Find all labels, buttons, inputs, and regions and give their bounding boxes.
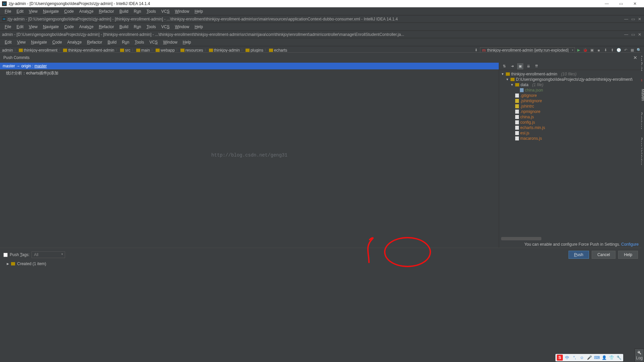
- menu2-analyze[interactable]: Analyze: [76, 23, 96, 30]
- folder-icon: [511, 78, 515, 81]
- configure-link[interactable]: Configure: [621, 242, 639, 247]
- expand-all-icon[interactable]: ⇊: [525, 63, 531, 69]
- event-log-button[interactable]: Log: [635, 349, 644, 362]
- menu3-view[interactable]: View: [14, 39, 29, 46]
- menu3-code[interactable]: Code: [50, 39, 65, 46]
- cancel-button[interactable]: Cancel: [592, 251, 615, 259]
- bg1-max[interactable]: ▭: [631, 17, 635, 21]
- menu2-file[interactable]: File: [2, 23, 14, 30]
- menu-code[interactable]: Code: [61, 8, 76, 15]
- menu-vcs[interactable]: VCS: [159, 8, 172, 15]
- menu-tools[interactable]: Tools: [144, 8, 159, 15]
- menu-analyze[interactable]: Analyze: [76, 8, 96, 15]
- bg-tab-1-text[interactable]: zjy-admin - [D:\Users\gengsongbo\IdeaPro…: [7, 17, 398, 21]
- ime-keyboard-icon[interactable]: ⌨: [594, 355, 600, 361]
- ime-tools-icon[interactable]: 🔧: [616, 355, 622, 361]
- ime-user-icon[interactable]: 👤: [601, 355, 607, 361]
- folder-icon: [11, 262, 15, 265]
- menu3-help[interactable]: Help: [180, 39, 194, 46]
- ime-lang-icon[interactable]: 中: [564, 355, 570, 361]
- push-tags-checkbox[interactable]: [3, 253, 8, 257]
- menu-window[interactable]: Window: [172, 8, 192, 15]
- branch-line[interactable]: master → origin : master: [0, 63, 499, 69]
- group-by-dir-icon[interactable]: ▣: [517, 63, 523, 69]
- help-button[interactable]: Help: [618, 251, 638, 259]
- menu2-window[interactable]: Window: [172, 23, 192, 30]
- menu2-edit[interactable]: Edit: [14, 23, 26, 30]
- menu3-window[interactable]: Window: [160, 39, 180, 46]
- vcs-log-created-row[interactable]: ▶ Created (1 item): [7, 261, 46, 266]
- crumb-src[interactable]: src: [120, 48, 130, 53]
- crumb-echarts[interactable]: echarts: [269, 48, 287, 53]
- commit-message-row[interactable]: 统计分析：echarts插件js添加: [0, 69, 499, 77]
- ime-punct-icon[interactable]: °,: [572, 355, 578, 361]
- menu3-analyze[interactable]: Analyze: [65, 39, 85, 46]
- menu2-navigate[interactable]: Navigate: [40, 23, 61, 30]
- ime-emoji-icon[interactable]: ☺: [579, 355, 585, 361]
- menu3-tools[interactable]: Tools: [132, 39, 147, 46]
- ime-mic-icon[interactable]: 🎤: [586, 355, 592, 361]
- npmignore-file-icon: [515, 110, 519, 114]
- menu2-tools[interactable]: Tools: [144, 23, 159, 30]
- show-diff-icon[interactable]: ⇅: [501, 63, 507, 69]
- menu2-code[interactable]: Code: [61, 23, 76, 30]
- menu-build[interactable]: Build: [117, 8, 131, 15]
- menu-navigate[interactable]: Navigate: [40, 8, 61, 15]
- menu2-run[interactable]: Run: [131, 23, 144, 30]
- crumb-plugins[interactable]: plugins: [246, 48, 263, 53]
- menu-edit[interactable]: Edit: [14, 8, 26, 15]
- dialog-footer: Push Tags: All Push Cancel Help: [0, 248, 641, 261]
- crumb-enrollment[interactable]: thinkjoy-enrollment: [19, 48, 58, 53]
- menu-run[interactable]: Run: [131, 8, 144, 15]
- crumb-webapp[interactable]: webapp: [156, 48, 175, 53]
- menu2-refactor[interactable]: Refactor: [96, 23, 117, 30]
- force-push-hint: You can enable and configure Force Push …: [499, 241, 641, 248]
- push-button[interactable]: Push: [569, 251, 589, 259]
- menu-refactor[interactable]: Refactor: [96, 8, 117, 15]
- window-maximize-button[interactable]: ▭: [614, 0, 628, 7]
- menu-file[interactable]: File: [2, 8, 14, 15]
- target-branch-link[interactable]: master: [35, 64, 47, 68]
- bg1-close[interactable]: ✕: [637, 17, 642, 21]
- sogou-logo-icon[interactable]: S: [557, 355, 563, 361]
- collapse-all-icon[interactable]: ⇈: [533, 63, 539, 69]
- bg2-min[interactable]: —: [624, 32, 629, 37]
- folder-icon: [120, 49, 124, 52]
- menu3-navigate[interactable]: Navigate: [29, 39, 50, 46]
- wrench-icon: [637, 350, 642, 355]
- menu3-refactor[interactable]: Refactor: [84, 39, 105, 46]
- dialog-close-button[interactable]: ✕: [633, 55, 637, 60]
- menu3-vcs[interactable]: VCS: [147, 39, 160, 46]
- horizontal-scrollbar[interactable]: [501, 237, 541, 240]
- editor-tab-bg2: admin - [D:\Users\gengsongbo\IdeaProject…: [0, 31, 644, 38]
- crumb-enrollment-admin[interactable]: thinkjoy-enrollment-admin: [63, 48, 114, 53]
- push-tags-label: Push Tags:: [10, 252, 30, 257]
- menu2-help[interactable]: Help: [192, 23, 206, 30]
- menu-help[interactable]: Help: [192, 8, 206, 15]
- crumb-resources[interactable]: resources: [180, 48, 203, 53]
- crumb-thinkjoy-admin[interactable]: thinkjoy-admin: [209, 48, 240, 53]
- crumb-admin[interactable]: admin: [2, 48, 13, 53]
- bg1-min[interactable]: —: [624, 17, 629, 21]
- crumb-main[interactable]: main: [136, 48, 150, 53]
- ime-toolbar[interactable]: S 中 °, ☺ 🎤 ⌨ 👤 👕 🔧: [555, 354, 623, 361]
- menu2-view[interactable]: View: [26, 23, 40, 30]
- menu3-run[interactable]: Run: [119, 39, 132, 46]
- folder-icon: [515, 83, 519, 86]
- menu-view[interactable]: View: [26, 8, 40, 15]
- file-tree[interactable]: ▼thinkjoy-enrollment-admin (10 files) ▼D…: [499, 70, 641, 236]
- menu3-build[interactable]: Build: [105, 39, 119, 46]
- menu2-vcs[interactable]: VCS: [159, 23, 172, 30]
- menu3-edit[interactable]: Edit: [2, 39, 14, 46]
- ime-skin-icon[interactable]: 👕: [608, 355, 614, 361]
- bg-tab-2-text[interactable]: admin - [D:\Users\gengsongbo\IdeaProject…: [2, 32, 404, 37]
- bg2-max[interactable]: ▭: [631, 32, 635, 37]
- bg2-close[interactable]: ✕: [637, 32, 642, 37]
- jump-to-source-icon[interactable]: ➜: [509, 63, 515, 69]
- window-close-button[interactable]: ✕: [628, 0, 642, 7]
- push-tags-combo[interactable]: All: [32, 251, 65, 258]
- inner-menubar-2: Edit View Navigate Code Analyze Refactor…: [0, 38, 644, 46]
- folder-icon: [19, 49, 23, 52]
- window-minimize-button[interactable]: —: [600, 0, 614, 7]
- menu2-build[interactable]: Build: [117, 23, 131, 30]
